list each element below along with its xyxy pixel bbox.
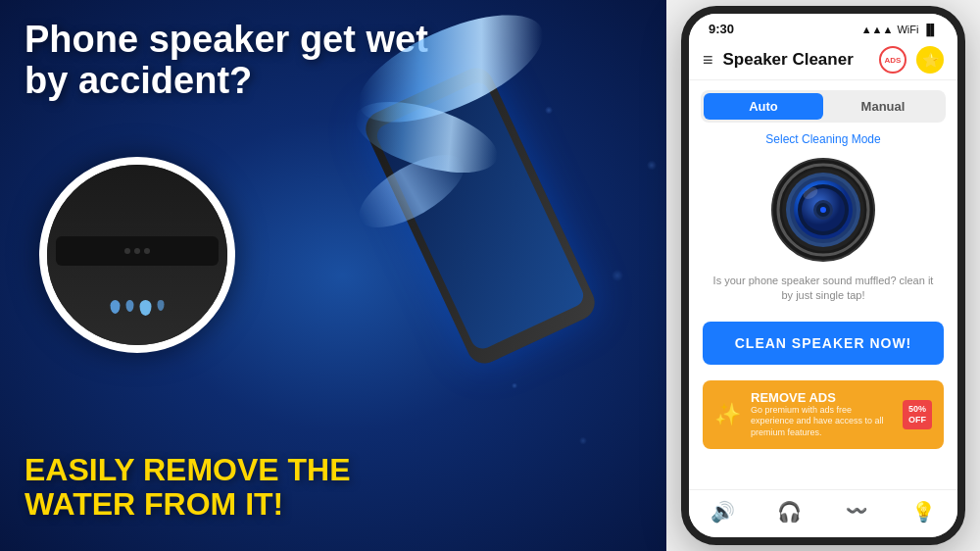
clean-speaker-button[interactable]: CLEAN SPEAKER NOW! bbox=[703, 322, 944, 365]
battery-icon: ▐▌ bbox=[922, 24, 938, 35]
ads-star-icon: ✨ bbox=[714, 402, 741, 427]
status-icons: ▲▲▲ WiFi ▐▌ bbox=[861, 24, 938, 35]
vibration-nav-icon: 〰️ bbox=[846, 500, 867, 522]
tab-manual[interactable]: Manual bbox=[823, 93, 943, 120]
right-section: 9:30 ▲▲▲ WiFi ▐▌ ≡ Speaker Cleaner ADS ⭐… bbox=[666, 0, 980, 551]
remove-ads-banner[interactable]: ✨ REMOVE ADS Go premium with ads free ex… bbox=[703, 380, 944, 449]
status-time: 9:30 bbox=[709, 22, 734, 36]
tab-bar: Auto Manual bbox=[701, 90, 946, 123]
premium-badge[interactable]: ⭐ bbox=[916, 46, 944, 74]
left-background: Phone speaker get wet by accident? bbox=[0, 0, 686, 551]
select-mode-text: Select Cleaning Mode bbox=[689, 132, 957, 146]
ads-description: Go premium with ads free experience and … bbox=[751, 405, 893, 439]
tab-auto[interactable]: Auto bbox=[704, 93, 823, 120]
signal-icon: ▲▲▲ bbox=[861, 24, 894, 35]
bottom-nav: 🔊 🎧 〰️ 💡 bbox=[689, 489, 957, 537]
app-header: ≡ Speaker Cleaner ADS ⭐ bbox=[689, 40, 957, 80]
wifi-icon: WiFi bbox=[897, 24, 918, 35]
speaker-svg-icon bbox=[769, 156, 877, 264]
description-text: Is your phone speaker sound muffled? cle… bbox=[689, 274, 957, 304]
brightness-nav-icon: 💡 bbox=[911, 500, 936, 524]
nav-item-headphone[interactable]: 🎧 bbox=[757, 500, 824, 524]
menu-icon[interactable]: ≡ bbox=[703, 50, 713, 71]
sub-headline: EASILY REMOVE THE WATER FROM IT! bbox=[24, 453, 397, 522]
off-badge: 50% OFF bbox=[903, 400, 932, 429]
speaker-icon-container bbox=[689, 156, 957, 264]
ads-icon-badge[interactable]: ADS bbox=[879, 46, 906, 74]
app-title: Speaker Cleaner bbox=[723, 50, 869, 70]
nav-item-vibration[interactable]: 〰️ bbox=[823, 500, 891, 524]
speaker-closeup-circle bbox=[39, 157, 235, 353]
nav-item-brightness[interactable]: 💡 bbox=[891, 500, 958, 524]
nav-item-speaker[interactable]: 🔊 bbox=[689, 500, 757, 524]
phone-mockup: 9:30 ▲▲▲ WiFi ▐▌ ≡ Speaker Cleaner ADS ⭐… bbox=[681, 6, 965, 545]
phone-splash-image bbox=[353, 29, 627, 441]
status-bar: 9:30 ▲▲▲ WiFi ▐▌ bbox=[689, 14, 957, 40]
svg-point-10 bbox=[820, 207, 826, 213]
ads-title: REMOVE ADS bbox=[751, 390, 893, 405]
headphone-nav-icon: 🎧 bbox=[777, 500, 802, 524]
ads-text-block: REMOVE ADS Go premium with ads free expe… bbox=[751, 390, 893, 439]
speaker-nav-icon: 🔊 bbox=[710, 500, 735, 524]
